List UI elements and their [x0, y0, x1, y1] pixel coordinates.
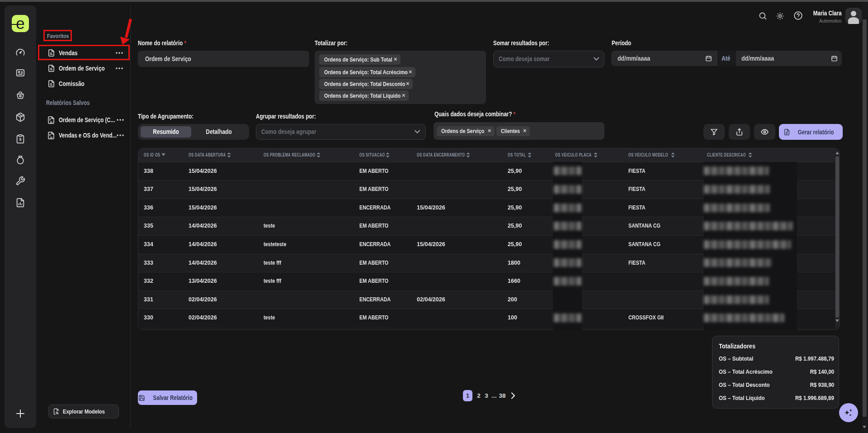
svg-text:AI: AI	[50, 136, 52, 139]
svg-text:AI: AI	[50, 121, 52, 124]
svg-text:$: $	[19, 137, 21, 142]
